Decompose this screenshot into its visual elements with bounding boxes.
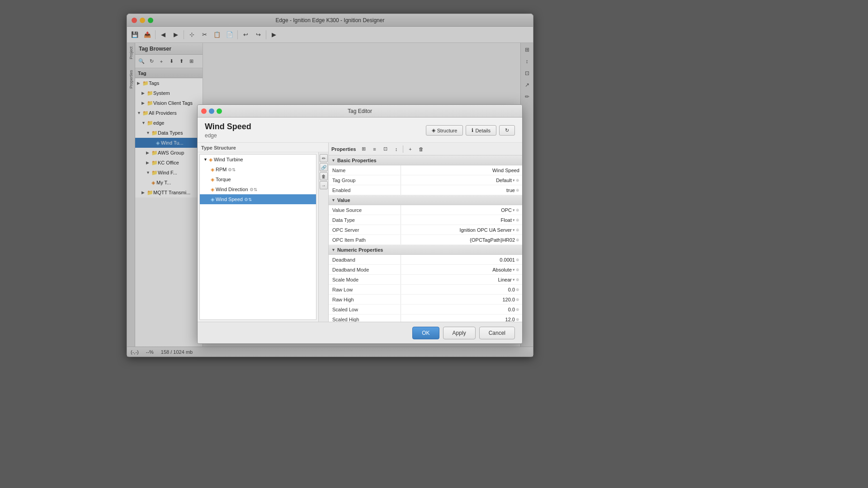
type-structure-label: Type Structure: [198, 143, 328, 152]
type-tree-wind-direction-label: Wind Direction: [216, 187, 248, 192]
dialog-max-btn[interactable]: [217, 108, 222, 114]
apply-button[interactable]: Apply: [443, 327, 476, 339]
link-icon[interactable]: ⊕: [516, 178, 519, 183]
link-icon[interactable]: ⊕: [516, 267, 519, 272]
prop-scale-mode-label: Scale Mode: [329, 275, 401, 284]
prop-scaled-high-label: Scaled High: [329, 314, 401, 322]
link-icon[interactable]: ⊕: [516, 238, 519, 242]
prop-opc-server-label: OPC Server: [329, 225, 401, 235]
expand-arrow: ▼: [203, 157, 208, 162]
dropdown-icon[interactable]: ▾: [513, 267, 515, 272]
details-icon: ℹ: [472, 127, 473, 133]
dialog-title-text: Tag Editor: [348, 108, 372, 114]
prop-enabled-label: Enabled: [329, 185, 401, 195]
cancel-button[interactable]: Cancel: [479, 327, 515, 339]
refresh-icon: ↻: [505, 127, 509, 133]
type-tree-wind-speed-label: Wind Speed: [216, 197, 243, 202]
type-tree-rpm[interactable]: ◈ RPM ⚙ ⇅: [200, 164, 316, 174]
type-tag-icon: ◈: [211, 197, 214, 202]
link-icon[interactable]: ⊕: [516, 287, 519, 292]
prop-row-tag-group[interactable]: Tag Group Default ▾ ⊕: [329, 175, 522, 185]
type-tree-wind-turbine[interactable]: ▼ ◈ Wind Turbine: [200, 155, 316, 164]
props-delete-btn[interactable]: 🗑: [416, 144, 426, 154]
config-icon: ⚙: [250, 187, 254, 192]
dropdown-icon[interactable]: ▾: [513, 277, 515, 282]
type-tree-wind-turbine-label: Wind Turbine: [214, 157, 243, 162]
dropdown-icon[interactable]: ▾: [513, 218, 515, 222]
refresh-button[interactable]: ↻: [499, 125, 515, 136]
type-tag-icon: ◈: [211, 167, 214, 173]
prop-row-opc-item-path[interactable]: OPC Item Path {OPCTagPath}HR02 ⊕: [329, 235, 522, 245]
link-icon[interactable]: ⊕: [516, 277, 519, 282]
dropdown-icon[interactable]: ▾: [513, 228, 515, 232]
prop-row-value-source[interactable]: Value Source OPC ▾ ⊕: [329, 205, 522, 215]
details-button[interactable]: ℹ Details: [466, 125, 496, 136]
dropdown-icon[interactable]: ▾: [513, 208, 515, 212]
prop-row-opc-server[interactable]: OPC Server Ignition OPC UA Server ▾ ⊕: [329, 225, 522, 235]
config-icon2: ⇅: [248, 197, 252, 202]
dialog-close-btn[interactable]: [201, 108, 207, 114]
dialog-header-buttons: ◈ Structure ℹ Details ↻: [426, 125, 515, 136]
link-icon[interactable]: ⊕: [516, 208, 519, 212]
prop-tag-group-value: Default ▾ ⊕: [401, 178, 522, 183]
type-tree-rpm-label: RPM: [216, 167, 226, 172]
dropdown-icon[interactable]: ▾: [513, 178, 515, 183]
ok-button[interactable]: OK: [412, 327, 439, 339]
dialog-footer: OK Apply Cancel: [198, 322, 522, 343]
props-grid-btn[interactable]: ⊞: [359, 144, 368, 154]
prop-deadband-label: Deadband: [329, 255, 401, 264]
prop-row-deadband-mode[interactable]: Deadband Mode Absolute ▾ ⊕: [329, 265, 522, 275]
prop-name-label: Name: [329, 165, 401, 175]
prop-row-scaled-low[interactable]: Scaled Low 0.0 ⊕: [329, 305, 522, 314]
props-add-btn[interactable]: +: [405, 144, 415, 154]
numeric-props-label: Numeric Properties: [337, 247, 383, 253]
link-icon[interactable]: ⊕: [516, 228, 519, 232]
section-arrow: ▼: [331, 248, 335, 252]
basic-props-header[interactable]: ▼ Basic Properties: [329, 155, 522, 165]
value-section-header[interactable]: ▼ Value: [329, 195, 522, 205]
prop-row-scaled-high[interactable]: Scaled High 12.0 ⊕: [329, 314, 522, 322]
config-icon2: ⇅: [254, 187, 257, 192]
numeric-props-header[interactable]: ▼ Numeric Properties: [329, 245, 522, 255]
properties-table[interactable]: ▼ Basic Properties Name Wind Speed: [329, 155, 522, 322]
properties-panel: Properties ⊞ ≡ ⊡ ↕ + 🗑 ▼ B: [329, 143, 522, 322]
type-side-toolbar: ✏ 🔗 🗑 →: [318, 152, 328, 322]
prop-data-type-value: Float ▾ ⊕: [401, 217, 522, 223]
prop-scaled-low-label: Scaled Low: [329, 305, 401, 314]
link-icon[interactable]: ⊕: [516, 188, 519, 192]
type-delete-btn[interactable]: 🗑: [320, 172, 328, 180]
props-list-btn[interactable]: ≡: [369, 144, 379, 154]
prop-row-raw-low[interactable]: Raw Low 0.0 ⊕: [329, 285, 522, 295]
type-tree[interactable]: ▼ ◈ Wind Turbine ◈ RPM ⚙ ⇅: [199, 154, 316, 320]
structure-button[interactable]: ◈ Structure: [426, 125, 463, 136]
type-arrow-btn[interactable]: →: [320, 181, 328, 189]
prop-row-raw-high[interactable]: Raw High 120.0 ⊕: [329, 295, 522, 305]
type-edit-btn[interactable]: ✏: [320, 154, 328, 162]
type-structure-panel: Type Structure ▼ ◈ Wind Turbine ◈: [198, 143, 329, 322]
prop-row-data-type[interactable]: Data Type Float ▾ ⊕: [329, 215, 522, 225]
prop-raw-high-label: Raw High: [329, 295, 401, 304]
link-icon[interactable]: ⊕: [516, 258, 519, 262]
prop-opc-item-path-value: {OPCTagPath}HR02 ⊕: [401, 237, 522, 243]
props-sep: [403, 145, 403, 153]
type-tree-wind-direction[interactable]: ◈ Wind Direction ⚙ ⇅: [200, 184, 316, 194]
link-icon[interactable]: ⊕: [516, 307, 519, 312]
props-detail-btn[interactable]: ⊡: [380, 144, 390, 154]
prop-deadband-value: 0.0001 ⊕: [401, 257, 522, 263]
type-link-btn[interactable]: 🔗: [320, 163, 328, 171]
link-icon[interactable]: ⊕: [516, 218, 519, 222]
dialog-title-bar: Tag Editor: [198, 105, 522, 117]
prop-row-enabled[interactable]: Enabled true ⊕: [329, 185, 522, 195]
props-sort-btn[interactable]: ↕: [391, 144, 401, 154]
type-tree-wind-speed[interactable]: ◈ Wind Speed ⚙ ⇅: [200, 194, 316, 204]
prop-row-scale-mode[interactable]: Scale Mode Linear ▾ ⊕: [329, 275, 522, 285]
link-icon[interactable]: ⊕: [516, 317, 519, 322]
link-icon[interactable]: ⊕: [516, 297, 519, 302]
prop-row-deadband[interactable]: Deadband 0.0001 ⊕: [329, 255, 522, 265]
dialog-tag-name: Wind Speed: [205, 122, 251, 131]
prop-raw-high-value: 120.0 ⊕: [401, 297, 522, 302]
type-tree-torque[interactable]: ◈ Torque: [200, 174, 316, 184]
prop-row-name[interactable]: Name Wind Speed: [329, 165, 522, 175]
dialog-expand-btn[interactable]: [209, 108, 214, 114]
details-label: Details: [475, 128, 491, 133]
